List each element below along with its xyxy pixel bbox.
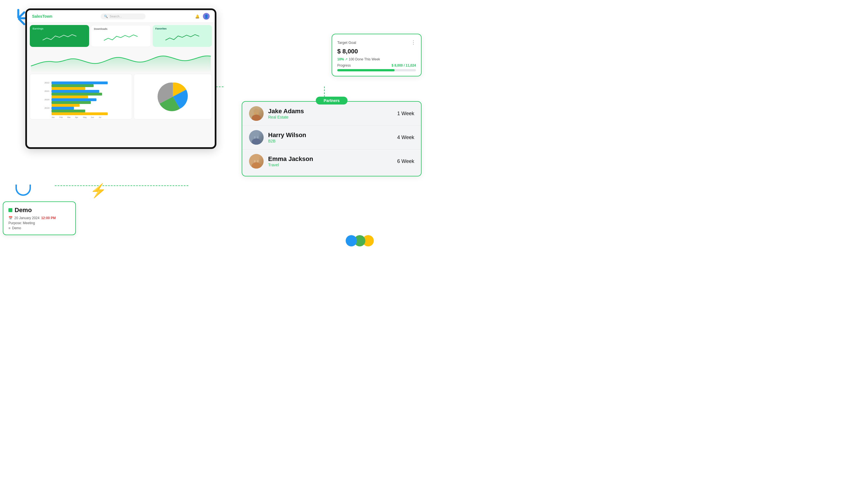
partner-week-harry: 4 Week	[397, 134, 414, 141]
target-goal-amount: $ 8,000	[337, 48, 416, 55]
avatar-jake	[249, 106, 263, 121]
svg-text:Feb: Feb	[59, 116, 63, 118]
svg-text:2020: 2020	[44, 98, 49, 101]
progress-bar-background	[337, 69, 416, 71]
svg-rect-16	[52, 104, 80, 107]
demo-purpose: Purpose: Meeting	[9, 221, 70, 225]
mockup-search-bar[interactable]: 🔍 Search...	[101, 14, 146, 19]
partners-card: Partners Jake Adams Real Estate 1 Week	[242, 101, 421, 176]
mockup-header: SalesTown 🔍 Search... 🔔 👤	[27, 10, 215, 23]
decorative-arc-left	[15, 185, 31, 196]
svg-rect-8	[52, 82, 108, 84]
bar-chart-svg: 2022 2021 2020 2019	[32, 76, 130, 120]
svg-rect-11	[52, 90, 99, 93]
target-goal-pct: 10%	[337, 57, 344, 61]
earnings-label: Earnings	[33, 27, 86, 30]
svg-rect-14	[52, 98, 96, 101]
dashed-line-horizontal-2	[55, 185, 188, 186]
partner-cat-jake: Real Estate	[268, 115, 304, 119]
partner-left-emma: Emma Jackson Travel	[249, 154, 313, 169]
target-goal-week-text: 100 Done This Week	[349, 57, 380, 61]
svg-rect-17	[52, 107, 74, 110]
svg-text:Jan: Jan	[52, 116, 55, 118]
mockup-logo: SalesTown	[32, 14, 52, 18]
stat-card-earnings[interactable]: Earnings	[30, 25, 89, 47]
svg-rect-19	[52, 112, 108, 115]
svg-rect-30	[257, 112, 259, 115]
partner-row-jake[interactable]: Jake Adams Real Estate 1 Week	[242, 102, 421, 126]
partner-left-harry: Harry Wilson B2B	[249, 130, 306, 145]
svg-rect-15	[52, 101, 91, 104]
progress-value: $ 8,000 / 11,024	[391, 63, 416, 68]
progress-label: Progress	[337, 63, 351, 68]
partner-week-emma: 6 Week	[397, 158, 414, 164]
partner-row-emma[interactable]: Emma Jackson Travel 6 Week	[242, 149, 421, 173]
svg-text:2022: 2022	[44, 82, 49, 84]
list-icon: ≡	[9, 226, 10, 230]
demo-date: 20 January 2024	[14, 216, 39, 220]
svg-rect-9	[52, 84, 94, 87]
svg-rect-38	[257, 160, 259, 162]
bottom-charts-row: 2022 2021 2020 2019	[27, 73, 215, 120]
calendar-icon: 📅	[9, 216, 13, 220]
svg-rect-10	[52, 87, 85, 90]
svg-rect-13	[52, 96, 88, 98]
partners-badge: Partners	[316, 97, 348, 104]
progress-row: Progress $ 8,000 / 11,024	[337, 63, 416, 68]
svg-rect-37	[254, 160, 256, 162]
svg-rect-33	[254, 136, 256, 139]
svg-point-36	[252, 162, 261, 169]
circle-blue	[346, 235, 357, 246]
svg-rect-12	[52, 93, 102, 96]
demo-green-square	[9, 208, 12, 212]
partner-cat-harry: B2B	[268, 139, 306, 143]
svg-text:May: May	[83, 116, 87, 118]
target-goal-arrow: ↗	[345, 57, 348, 61]
area-chart	[27, 48, 215, 73]
bell-icon[interactable]: 🔔	[194, 13, 201, 20]
logo-sales: Sales	[32, 14, 42, 18]
downloads-sparkline	[94, 32, 147, 43]
partner-info-jake: Jake Adams Real Estate	[268, 107, 304, 119]
earnings-sparkline	[33, 32, 86, 43]
stat-card-favorites[interactable]: Favorites	[153, 25, 212, 47]
stat-card-downloads[interactable]: Downloads	[91, 25, 150, 47]
svg-text:Jul: Jul	[99, 116, 101, 118]
dashboard-mockup: SalesTown 🔍 Search... 🔔 👤 Earnings Downl…	[25, 9, 216, 149]
demo-type-row: ≡ Demo	[9, 226, 70, 230]
svg-rect-29	[254, 112, 256, 115]
search-icon: 🔍	[104, 15, 108, 18]
avatar-emma	[249, 154, 263, 169]
demo-date-row: 📅 20 January 2024 12:00 PM	[9, 216, 70, 220]
decorative-circles	[348, 235, 374, 246]
pie-chart-svg	[156, 80, 190, 114]
svg-text:Jun: Jun	[91, 116, 94, 118]
user-avatar-icon[interactable]: 👤	[203, 13, 210, 20]
downloads-label: Downloads	[94, 28, 147, 30]
demo-type: Demo	[12, 226, 21, 230]
stat-cards-row: Earnings Downloads Favorites	[27, 23, 215, 48]
partner-name-jake: Jake Adams	[268, 107, 304, 115]
svg-text:Mar: Mar	[67, 116, 71, 118]
partner-row-harry[interactable]: Harry Wilson B2B 4 Week	[242, 126, 421, 149]
mockup-icon-group: 🔔 👤	[194, 13, 210, 20]
demo-card: Demo 📅 20 January 2024 12:00 PM Purpose:…	[3, 201, 76, 235]
svg-text:2019: 2019	[44, 107, 49, 109]
target-goal-title: Target Goal	[337, 41, 356, 45]
partner-name-harry: Harry Wilson	[268, 131, 306, 139]
partner-info-emma: Emma Jackson Travel	[268, 155, 313, 167]
svg-point-32	[252, 139, 261, 145]
demo-title-row: Demo	[9, 206, 70, 214]
target-goal-week: 10% ↗ 100 Done This Week	[337, 57, 416, 61]
favorites-label: Favorites	[155, 27, 209, 30]
logo-town: Town	[42, 14, 53, 18]
partner-cat-emma: Travel	[268, 163, 313, 167]
decorative-lightning: ⚡	[90, 183, 107, 199]
area-chart-svg	[30, 49, 212, 72]
target-goal-menu-button[interactable]: ⋮	[411, 39, 416, 45]
target-goal-header: Target Goal ⋮	[337, 39, 416, 45]
demo-title: Demo	[15, 206, 32, 214]
avatar-harry	[249, 130, 263, 145]
progress-bar-fill	[337, 69, 395, 71]
pie-chart-wrap	[134, 74, 212, 119]
